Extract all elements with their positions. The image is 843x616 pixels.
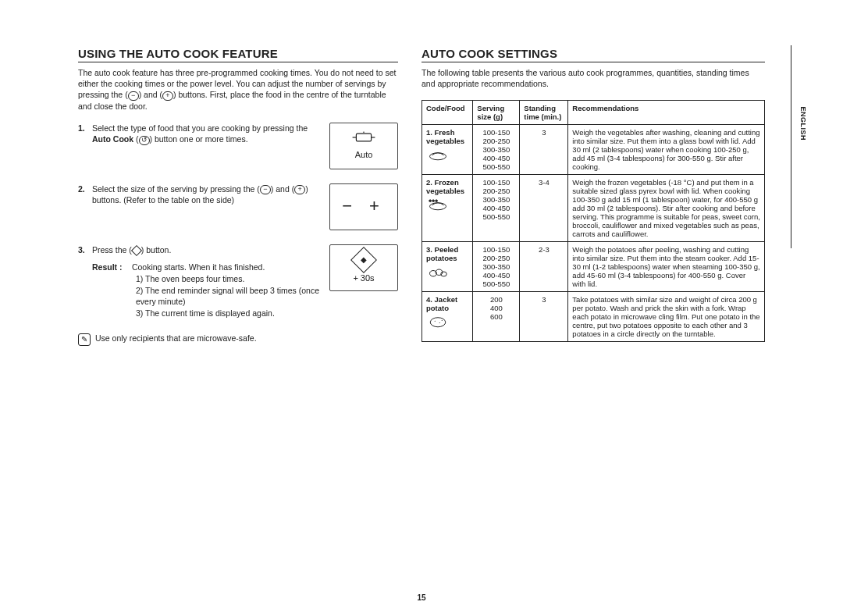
svg-point-10 [430, 318, 446, 327]
intro-mid: and [144, 90, 159, 99]
minus-icon: − [128, 91, 139, 101]
heading-auto-cook-settings: AUTO COOK SETTINGS [422, 47, 765, 62]
cell-rec: Take potatoes with similar size and weig… [568, 292, 765, 342]
panel-plus-minus: −+ [329, 183, 398, 230]
cell-time: 3 [520, 125, 568, 175]
cell-size: 200400600 [473, 292, 520, 342]
note-icon: ✎ [78, 333, 91, 346]
food-icon: ❄❄❄ [426, 195, 468, 213]
start-diamond-icon [131, 245, 142, 256]
s3-pre: Press the [92, 245, 129, 255]
intro-post: buttons. First, place the food in the ce… [78, 90, 386, 110]
cell-size: 100-150200-250300-350400-450500-550 [473, 242, 520, 292]
s3-post: button. [146, 245, 171, 255]
s1-post: button one or more times. [155, 134, 248, 144]
food-icon [426, 262, 468, 280]
heading-using-auto-cook: USING THE AUTO COOK FEATURE [78, 47, 398, 62]
th-size: Serving size (g) [473, 101, 520, 125]
result-item-3: 3) The current time is displayed again. [136, 308, 320, 319]
svg-point-4 [430, 153, 446, 160]
svg-point-3 [363, 131, 365, 133]
result-item-1: 1) The oven beeps four times. [136, 273, 320, 285]
panel-start: ◆ + 30s [329, 244, 398, 291]
result-text: Cooking starts. When it has finished. [132, 262, 265, 272]
svg-point-5 [430, 203, 446, 210]
cell-size: 100-150200-250300-350400-450500-550 [473, 175, 520, 242]
table-row: 3. Peeled potatoes100-150200-250300-3504… [422, 242, 765, 292]
cell-time: 3-4 [520, 175, 568, 242]
cell-rec: Weigh the vegetables after washing, clea… [568, 125, 765, 175]
step-1-text: Select the type of food that you are coo… [92, 123, 320, 169]
settings-intro: The following table presents the various… [422, 67, 765, 89]
svg-point-12 [439, 322, 440, 323]
cell-time: 2-3 [520, 242, 568, 292]
plus-icon: + [294, 185, 305, 194]
minus-icon: − [260, 185, 271, 194]
cell-food: 4. Jacket potato [422, 292, 473, 342]
th-code: Code/Food [422, 101, 473, 125]
language-tab: ENGLISH [799, 106, 807, 141]
page-number: 15 [417, 593, 425, 602]
autocook-button-icon: ↺ [139, 136, 150, 145]
step-2-text: Select the size of the serving by pressi… [92, 183, 320, 230]
svg-point-11 [435, 321, 436, 322]
table-row: 1. Fresh vegetables100-150200-250300-350… [422, 125, 765, 175]
panel-auto-label: Auto [355, 149, 373, 161]
svg-point-13 [442, 320, 443, 321]
svg-text:❄❄❄: ❄❄❄ [429, 198, 438, 203]
s2-post: buttons. (Refer to the table on the side… [92, 195, 234, 205]
side-rule [791, 45, 791, 248]
microwave-icon [351, 130, 376, 148]
s2-mid: and [276, 184, 291, 194]
th-rec: Recommendations [568, 101, 765, 125]
note-text: Use only recipients that are microwave-s… [95, 333, 257, 343]
step-3-text: Press the () button. [92, 244, 320, 256]
cell-time: 3 [520, 292, 568, 342]
intro-text: The auto cook feature has three pre-prog… [78, 67, 398, 112]
svg-rect-0 [356, 134, 371, 141]
result-item-2: 2) The end reminder signal will beep 3 t… [136, 285, 320, 308]
th-time: Standing time (min.) [520, 101, 568, 125]
s1-bold: Auto Cook [92, 134, 133, 144]
cell-rec: Weigh the potatoes after peeling, washin… [568, 242, 765, 292]
cell-rec: Weigh the frozen vegetables (-18 °C) and… [568, 175, 765, 242]
cell-food: 1. Fresh vegetables [422, 125, 473, 175]
table-row: 2. Frozen vegetables❄❄❄100-150200-250300… [422, 175, 765, 242]
diamond-icon: ◆ [350, 247, 377, 273]
panel-auto: Auto [329, 123, 398, 169]
cell-size: 100-150200-250300-350400-450500-550 [473, 125, 520, 175]
s1-pre: Select the type of food that you are coo… [92, 123, 308, 133]
plus-icon: + [162, 91, 173, 101]
cell-food: 2. Frozen vegetables❄❄❄ [422, 175, 473, 242]
food-icon [426, 145, 468, 163]
table-row: 4. Jacket potato2004006003Take potatoes … [422, 292, 765, 342]
food-icon [426, 312, 468, 330]
plus-minus-symbols: −+ [331, 194, 397, 219]
panel-30s-label: + 30s [353, 272, 374, 284]
s2-pre: Select the size of the serving by pressi… [92, 184, 257, 194]
result-label: Result : [92, 262, 130, 273]
auto-cook-table: Code/Food Serving size (g) Standing time… [422, 100, 765, 342]
cell-food: 3. Peeled potatoes [422, 242, 473, 292]
